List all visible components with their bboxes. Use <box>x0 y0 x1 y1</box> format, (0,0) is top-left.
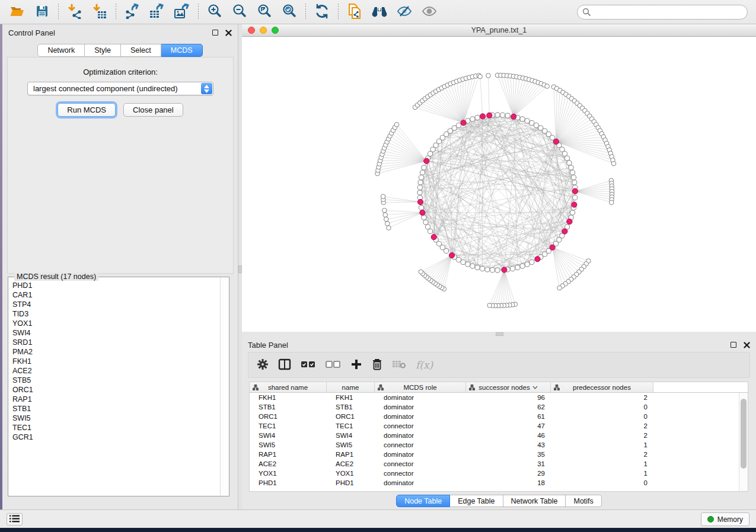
graph-node[interactable] <box>520 117 525 121</box>
mcds-result-item[interactable]: SRD1 <box>12 338 219 347</box>
graph-node[interactable] <box>570 210 575 215</box>
graph-mcds-node[interactable] <box>553 139 559 144</box>
graph-leaf-node[interactable] <box>478 74 483 79</box>
mcds-result-item[interactable]: SWI5 <box>12 414 219 423</box>
close-panel-icon[interactable] <box>225 30 232 36</box>
graph-node[interactable] <box>465 262 470 267</box>
graph-node[interactable] <box>495 268 500 273</box>
graph-node[interactable] <box>461 259 465 264</box>
graph-mcds-node[interactable] <box>461 120 466 126</box>
import-table-button[interactable] <box>87 2 112 22</box>
graph-node[interactable] <box>448 129 452 133</box>
column-header-predecessor-nodes[interactable]: predecessor nodes <box>551 382 653 392</box>
close-panel-button[interactable]: Close panel <box>123 103 183 117</box>
mcds-result-item[interactable]: PHD1 <box>12 281 219 290</box>
mcds-result-item[interactable]: ORC1 <box>12 385 219 395</box>
export-network-button[interactable] <box>120 2 145 22</box>
close-table-panel-icon[interactable] <box>744 342 750 348</box>
function-builder-button[interactable]: f(x) <box>416 359 433 371</box>
graph-mcds-node[interactable] <box>572 202 577 207</box>
graph-node[interactable] <box>571 175 576 180</box>
mcds-result-item[interactable]: PMA2 <box>12 347 219 357</box>
graph-leaf-node[interactable] <box>609 200 614 205</box>
tab-style[interactable]: Style <box>85 44 121 57</box>
zoom-selected-button[interactable] <box>277 2 302 22</box>
graph-node[interactable] <box>560 147 564 152</box>
graph-leaf-node[interactable] <box>611 161 616 166</box>
table-scrollbar[interactable] <box>739 393 748 491</box>
show-all-button[interactable] <box>417 2 442 22</box>
table-scrollbar-thumb[interactable] <box>741 399 747 469</box>
mcds-result-item[interactable]: CAR1 <box>12 290 219 300</box>
mcds-result-item[interactable]: RAP1 <box>12 395 219 404</box>
mcds-result-item[interactable]: SWI4 <box>12 328 219 338</box>
table-row[interactable]: RAP1RAP1dominator352 <box>250 450 739 459</box>
graph-mcds-node[interactable] <box>417 199 423 204</box>
network-canvas[interactable] <box>242 37 756 332</box>
graph-node[interactable] <box>515 265 520 270</box>
task-history-button[interactable] <box>7 513 23 525</box>
mcds-result-item[interactable]: STP4 <box>12 300 219 309</box>
graph-leaf-node[interactable] <box>381 194 385 199</box>
delete-column-button[interactable] <box>372 358 382 372</box>
graph-node[interactable] <box>525 118 529 123</box>
graph-node[interactable] <box>419 175 423 180</box>
graph-node[interactable] <box>572 180 577 185</box>
table-row[interactable]: YOX1YOX1connector291 <box>250 469 739 478</box>
network-graph[interactable] <box>242 37 756 332</box>
graph-mcds-node[interactable] <box>431 235 436 240</box>
graph-node[interactable] <box>567 161 572 165</box>
graph-node[interactable] <box>500 113 505 117</box>
delete-table-button[interactable] <box>392 360 406 371</box>
column-header-shared-name[interactable]: shared name <box>250 382 327 392</box>
tab-edge-table[interactable]: Edge Table <box>450 495 503 507</box>
tab-node-table[interactable]: Node Table <box>396 495 450 507</box>
criterion-dropdown[interactable]: largest connected component (undirected) <box>27 82 213 95</box>
graph-mcds-node[interactable] <box>449 252 454 258</box>
search-input[interactable] <box>577 5 748 20</box>
binoculars-button[interactable] <box>367 2 392 22</box>
hide-selected-button[interactable] <box>392 2 417 22</box>
graph-node[interactable] <box>573 195 578 200</box>
column-header-MCDS-role[interactable]: MCDS role <box>375 382 466 392</box>
mcds-result-item[interactable]: FKH1 <box>12 357 219 366</box>
import-network-button[interactable] <box>62 2 87 22</box>
table-row[interactable]: TEC1TEC1connector472 <box>250 421 739 431</box>
mcds-result-item[interactable]: STB1 <box>12 404 219 414</box>
graph-node[interactable] <box>529 259 534 264</box>
graph-mcds-node[interactable] <box>567 219 572 224</box>
graph-node[interactable] <box>569 165 573 170</box>
graph-mcds-node[interactable] <box>550 245 555 250</box>
tab-network-table[interactable]: Network Table <box>503 495 566 507</box>
export-table-button[interactable] <box>145 2 170 22</box>
graph-node[interactable] <box>425 225 430 229</box>
tab-motifs[interactable]: Motifs <box>566 495 601 507</box>
run-mcds-button[interactable]: Run MCDS <box>58 103 116 117</box>
graph-node[interactable] <box>564 156 569 161</box>
save-button[interactable] <box>30 2 55 22</box>
graph-node[interactable] <box>422 215 426 220</box>
table-settings-button[interactable] <box>257 358 269 372</box>
float-table-panel-icon[interactable] <box>731 342 736 348</box>
graph-node[interactable] <box>419 205 423 210</box>
table-row[interactable]: SWI4SWI4dominator462 <box>250 431 739 440</box>
graph-node[interactable] <box>428 151 432 156</box>
graph-mcds-node[interactable] <box>487 113 492 118</box>
table-row[interactable]: PHD1PHD1dominator180 <box>250 478 739 488</box>
graph-mcds-node[interactable] <box>562 229 567 234</box>
graph-leaf-node[interactable] <box>387 226 391 230</box>
mcds-result-item[interactable]: YOX1 <box>12 319 219 328</box>
graph-node[interactable] <box>417 190 422 195</box>
mcds-result-item[interactable]: TEC1 <box>12 423 219 432</box>
tab-network[interactable]: Network <box>37 44 85 57</box>
graph-node[interactable] <box>510 266 515 271</box>
graph-node[interactable] <box>495 113 500 117</box>
horizontal-splitter[interactable] <box>242 332 756 336</box>
graph-leaf-node[interactable] <box>382 208 387 213</box>
open-button[interactable] <box>5 2 30 22</box>
graph-mcds-node[interactable] <box>572 188 578 194</box>
table-row[interactable]: FKH1FKH1dominator962 <box>250 393 739 402</box>
zoom-out-button[interactable] <box>227 2 252 22</box>
horizontal-splitter-handle[interactable] <box>496 332 503 336</box>
graph-node[interactable] <box>470 264 475 268</box>
